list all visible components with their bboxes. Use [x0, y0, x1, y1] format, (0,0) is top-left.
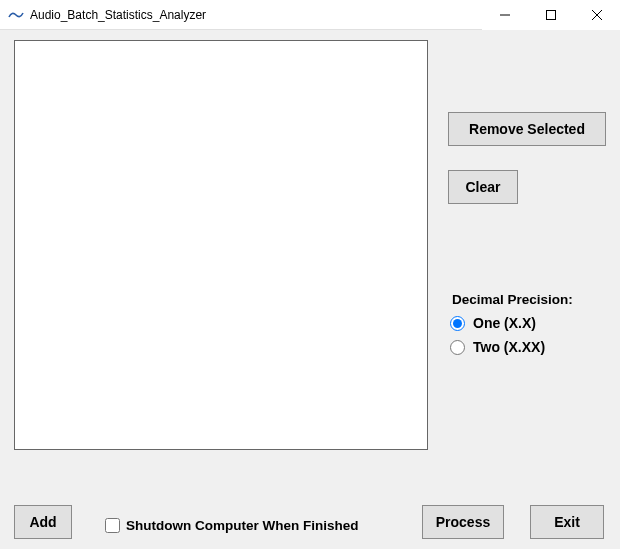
- clear-button[interactable]: Clear: [448, 170, 518, 204]
- shutdown-checkbox-row[interactable]: Shutdown Computer When Finished: [105, 518, 358, 533]
- app-icon: [8, 7, 24, 23]
- close-button[interactable]: [574, 0, 620, 30]
- client-area: Remove Selected Clear Decimal Precision:…: [0, 30, 620, 549]
- precision-one-row[interactable]: One (X.X): [448, 311, 608, 335]
- precision-two-row[interactable]: Two (X.XX): [448, 335, 608, 359]
- maximize-button[interactable]: [528, 0, 574, 30]
- file-listbox[interactable]: [14, 40, 428, 450]
- shutdown-label: Shutdown Computer When Finished: [126, 518, 358, 533]
- process-button[interactable]: Process: [422, 505, 504, 539]
- window-title: Audio_Batch_Statistics_Analyzer: [30, 8, 482, 22]
- minimize-button[interactable]: [482, 0, 528, 30]
- remove-selected-button[interactable]: Remove Selected: [448, 112, 606, 146]
- precision-two-radio[interactable]: [450, 340, 465, 355]
- precision-one-radio[interactable]: [450, 316, 465, 331]
- add-button[interactable]: Add: [14, 505, 72, 539]
- exit-button[interactable]: Exit: [530, 505, 604, 539]
- decimal-precision-group: Decimal Precision: One (X.X) Two (X.XX): [448, 292, 608, 359]
- decimal-precision-label: Decimal Precision:: [448, 292, 608, 311]
- bottom-toolbar: Add Shutdown Computer When Finished Proc…: [0, 505, 620, 539]
- app-window: Audio_Batch_Statistics_Analyzer Remove S…: [0, 0, 620, 549]
- svg-rect-1: [547, 10, 556, 19]
- shutdown-checkbox[interactable]: [105, 518, 120, 533]
- titlebar: Audio_Batch_Statistics_Analyzer: [0, 0, 620, 30]
- precision-one-label: One (X.X): [473, 315, 536, 331]
- precision-two-label: Two (X.XX): [473, 339, 545, 355]
